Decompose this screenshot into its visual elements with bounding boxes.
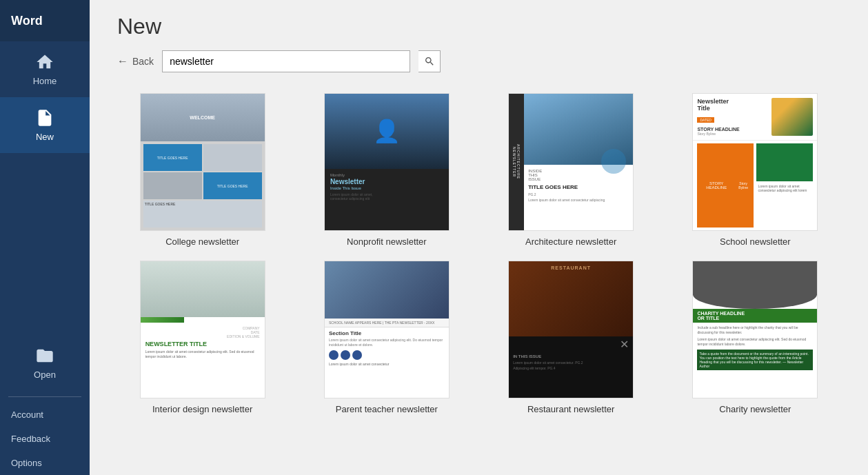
sidebar: Word Home New Open Account Feedback Opti [0,0,90,475]
template-school-label: School newsletter [720,236,791,247]
sidebar-item-new[interactable]: New [0,97,90,153]
sidebar-open-label: Open [34,370,56,380]
sidebar-new-label: New [36,132,54,142]
new-doc-icon [35,108,54,128]
template-school-thumb: NewsletterTitle DATED STORY HEADLINE Sto… [692,93,818,231]
template-charity-thumb: CHARITY HEADLINEOR TITLE Include a sub h… [692,261,818,398]
back-button[interactable]: ← Back [117,52,154,70]
main-content: New ← Back WELCOME [90,0,868,475]
template-parent[interactable]: SCHOOL NAME APPEARS HERE | THE PTA NEWSL… [301,261,472,414]
template-architecture[interactable]: ARCHITECTURENEWSLETTER INSIDETHISISSUE T… [486,93,656,247]
template-restaurant-thumb: RESTAURANT ✕ IN THIS ISSUE Lorem ipsum d… [508,261,634,398]
template-parent-label: Parent teacher newsletter [336,404,438,414]
template-restaurant-label: Restaurant newsletter [527,404,614,414]
template-interior-thumb: COMPANYDATEEDITION & VOLUME NEWSLETTER T… [140,261,265,398]
search-button[interactable] [418,50,441,72]
search-icon [424,56,435,67]
templates-grid: WELCOME TITLE GOES HERE TITLE GOES HERE … [90,82,868,475]
template-architecture-thumb: ARCHITECTURENEWSLETTER INSIDETHISISSUE T… [508,93,634,231]
main-header: New ← Back [90,0,868,82]
sidebar-bottom: Account Feedback Options [0,403,90,475]
app-title: Word [0,0,90,41]
template-college-thumb: WELCOME TITLE GOES HERE TITLE GOES HERE … [140,93,265,231]
sidebar-home-label: Home [33,76,57,86]
template-nonprofit-thumb: 👤 Monthly Newsletter Inside This Issue L… [324,93,450,231]
template-architecture-label: Architecture newsletter [525,236,616,247]
sidebar-item-options[interactable]: Options [0,451,90,475]
sidebar-divider [8,396,81,397]
search-bar: ← Back [117,50,840,72]
back-arrow-icon: ← [117,55,128,68]
sidebar-item-open[interactable]: Open [0,335,90,391]
template-parent-thumb: SCHOOL NAME APPEARS HERE | THE PTA NEWSL… [324,261,450,398]
template-college-label: College newsletter [165,236,239,247]
template-nonprofit[interactable]: 👤 Monthly Newsletter Inside This Issue L… [301,93,472,247]
sidebar-item-home[interactable]: Home [0,41,90,97]
sidebar-nav: Home New Open Account Feedback Options [0,41,90,475]
template-charity-label: Charity newsletter [719,404,791,414]
template-school[interactable]: NewsletterTitle DATED STORY HEADLINE Sto… [670,93,840,247]
page-title: New [117,14,840,39]
template-interior-label: Interior design newsletter [152,404,252,414]
template-interior[interactable]: COMPANYDATEEDITION & VOLUME NEWSLETTER T… [117,261,287,414]
template-charity[interactable]: CHARITY HEADLINEOR TITLE Include a sub h… [670,261,840,414]
search-input[interactable] [162,50,410,72]
back-label: Back [132,56,154,67]
home-icon [35,52,54,72]
sidebar-item-feedback[interactable]: Feedback [0,427,90,451]
sidebar-item-account[interactable]: Account [0,403,90,427]
template-nonprofit-label: Nonprofit newsletter [347,236,427,247]
template-restaurant[interactable]: RESTAURANT ✕ IN THIS ISSUE Lorem ipsum d… [486,261,656,414]
folder-icon [35,346,54,365]
template-college[interactable]: WELCOME TITLE GOES HERE TITLE GOES HERE … [117,93,287,247]
